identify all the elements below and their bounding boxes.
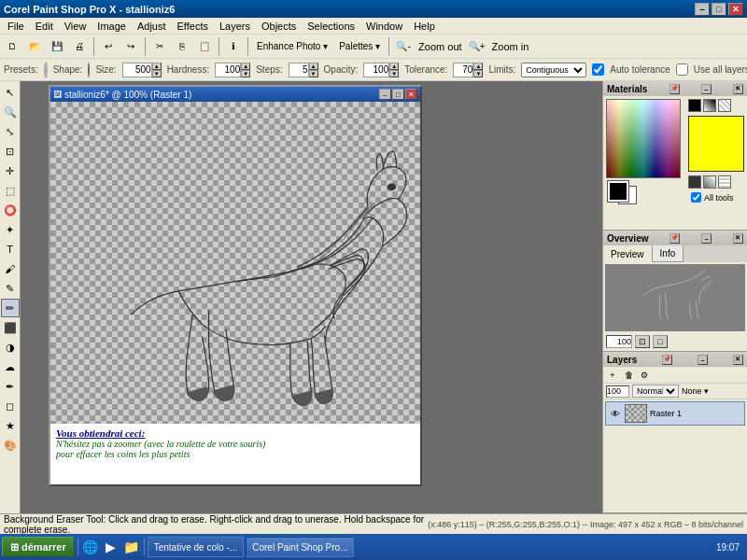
tool-clone[interactable]: ✎	[1, 279, 20, 298]
opacity-down[interactable]: ▼	[389, 70, 399, 77]
solid-color-button[interactable]	[688, 99, 701, 112]
steps-input[interactable]: 5	[289, 63, 309, 77]
menu-view[interactable]: View	[59, 20, 92, 33]
color-picker-area[interactable]	[606, 99, 685, 211]
steps-up[interactable]: ▲	[309, 63, 318, 70]
accent-color-display[interactable]	[688, 116, 744, 172]
enhance-photo-button[interactable]: Enhance Photo ▾	[252, 36, 332, 57]
minimize-button[interactable]: –	[695, 3, 710, 16]
size-spinbox[interactable]: 500 ▲▼	[122, 63, 162, 77]
start-button[interactable]: ⊞ démarrer	[2, 537, 75, 557]
menu-file[interactable]: File	[2, 20, 30, 33]
tool-fill[interactable]: ⬛	[1, 318, 20, 337]
overview-pin-button[interactable]: 📌	[669, 233, 680, 244]
tool-deform[interactable]: ⤡	[1, 122, 20, 141]
menu-effects[interactable]: Effects	[172, 20, 214, 33]
foreground-color-swatch[interactable]	[608, 181, 628, 202]
presets-swatch[interactable]	[44, 62, 48, 78]
blend-mode-select[interactable]: Normal Multiply Screen	[632, 385, 679, 398]
save-button[interactable]: 💾	[47, 36, 67, 57]
tool-move[interactable]: ✛	[1, 161, 20, 180]
doc-minimize-button[interactable]: –	[379, 89, 391, 100]
steps-down[interactable]: ▼	[309, 70, 318, 77]
taskbar-app-tentative[interactable]: Tentative de colo -...	[148, 537, 245, 557]
steps-spinbox[interactable]: 5 ▲▼	[289, 63, 318, 77]
copy-button[interactable]: ⎘	[172, 36, 192, 57]
layers-close-button[interactable]: ✕	[733, 355, 743, 365]
doc-maximize-button[interactable]: □	[392, 89, 404, 100]
layer-visibility-icon[interactable]: 👁	[609, 407, 622, 420]
tolerance-input[interactable]: 70	[453, 63, 473, 77]
overview-zoom-fit-button[interactable]: ⊡	[635, 335, 650, 348]
tab-preview[interactable]: Preview	[603, 245, 653, 262]
tool-paint[interactable]: 🖌	[1, 259, 20, 278]
materials-minimize-button[interactable]: –	[701, 84, 712, 94]
menu-selections[interactable]: Selections	[302, 20, 360, 33]
size-up[interactable]: ▲	[152, 63, 162, 70]
menu-objects[interactable]: Objects	[256, 20, 302, 33]
dark-swatch[interactable]	[688, 175, 701, 189]
hardness-spinbox[interactable]: 100 ▲▼	[215, 63, 250, 77]
pattern-swatch[interactable]	[718, 175, 731, 189]
zoom-in-button[interactable]: 🔍+	[467, 36, 487, 57]
paste-button[interactable]: 📋	[194, 36, 215, 57]
size-input[interactable]: 500	[122, 63, 152, 77]
auto-tolerance-checkbox[interactable]	[592, 63, 604, 76]
tolerance-up[interactable]: ▲	[473, 63, 483, 70]
materials-close-button[interactable]: ✕	[733, 84, 743, 94]
overview-close-button[interactable]: ✕	[733, 233, 743, 244]
tool-lasso[interactable]: ⭕	[1, 201, 20, 219]
limits-select[interactable]: Contiguous Discontiguous	[521, 63, 586, 77]
tool-text[interactable]: T	[1, 240, 20, 259]
taskbar-folder-icon[interactable]: 📁	[122, 537, 141, 557]
layers-minimize-button[interactable]: –	[698, 355, 708, 365]
shape-selector[interactable]	[88, 63, 90, 77]
tool-selection[interactable]: ⬚	[1, 181, 20, 200]
info-button[interactable]: ℹ	[223, 36, 244, 57]
new-layer-button[interactable]: +	[605, 369, 620, 382]
tool-color-replace[interactable]: 🎨	[1, 436, 20, 455]
layers-opacity-input[interactable]: 100	[606, 385, 629, 398]
tool-dodge[interactable]: ◑	[1, 338, 20, 357]
tool-zoom[interactable]: 🔍	[1, 103, 20, 121]
menu-help[interactable]: Help	[408, 20, 441, 33]
opacity-input[interactable]: 100	[363, 63, 389, 77]
tool-preset[interactable]: ★	[1, 416, 20, 435]
gradient-swatch[interactable]	[703, 175, 716, 189]
tolerance-spinbox[interactable]: 70 ▲▼	[453, 63, 483, 77]
doc-close-button[interactable]: ✕	[405, 89, 417, 100]
print-button[interactable]: 🖨	[69, 36, 90, 57]
delete-layer-button[interactable]: 🗑	[621, 369, 636, 382]
zoom-out-button[interactable]: 🔍-	[393, 36, 414, 57]
cut-button[interactable]: ✂	[149, 36, 170, 57]
tab-info[interactable]: Info	[653, 245, 684, 262]
maximize-button[interactable]: □	[712, 3, 726, 16]
layer-item-raster1[interactable]: 👁	[605, 401, 745, 426]
use-all-layers-checkbox[interactable]	[676, 63, 688, 76]
tool-arrow[interactable]: ↖	[1, 83, 20, 102]
hardness-input[interactable]: 100	[215, 63, 241, 77]
taskbar-ie-icon[interactable]: 🌐	[81, 537, 100, 557]
pattern-button[interactable]	[718, 99, 731, 112]
tool-smudge[interactable]: ☁	[1, 357, 20, 376]
gradient-button[interactable]	[703, 99, 716, 112]
palettes-button[interactable]: Palettes ▾	[334, 36, 385, 57]
menu-edit[interactable]: Edit	[30, 20, 59, 33]
open-button[interactable]: 📂	[24, 36, 45, 57]
tool-magic-wand[interactable]: ✦	[1, 220, 20, 239]
hardness-up[interactable]: ▲	[241, 63, 250, 70]
opacity-spinbox[interactable]: 100 ▲▼	[363, 63, 399, 77]
new-button[interactable]: 🗋	[2, 36, 22, 57]
materials-pin-button[interactable]: 📌	[669, 84, 680, 94]
overview-zoom-input[interactable]: 100	[606, 335, 632, 348]
tool-crop[interactable]: ⊡	[1, 142, 20, 161]
size-down[interactable]: ▼	[152, 70, 162, 77]
menu-image[interactable]: Image	[92, 20, 132, 33]
color-spectrum[interactable]	[606, 99, 681, 178]
redo-button[interactable]: ↪	[120, 36, 141, 57]
menu-layers[interactable]: Layers	[214, 20, 256, 33]
hardness-down[interactable]: ▼	[241, 70, 250, 77]
tool-shape[interactable]: ◻	[1, 397, 20, 415]
layer-properties-button[interactable]: ⚙	[637, 369, 652, 382]
close-button[interactable]: ✕	[728, 3, 743, 16]
